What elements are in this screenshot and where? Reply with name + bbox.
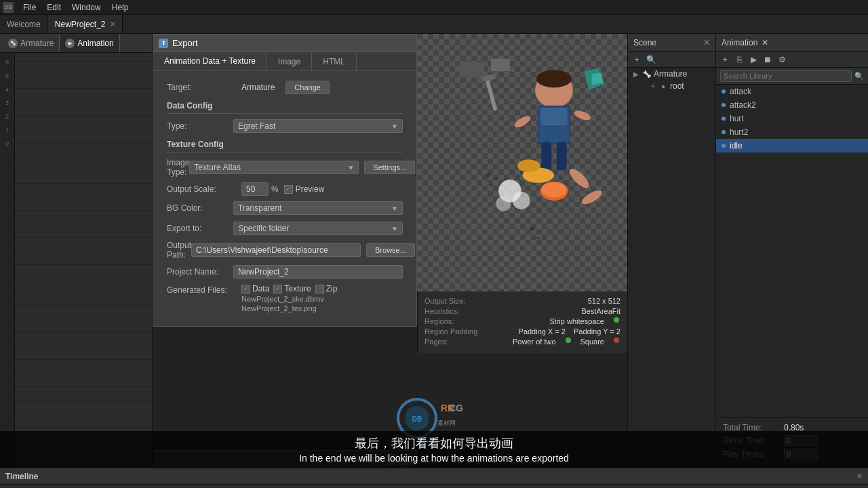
- type-dropdown[interactable]: Egret Fast ▼: [233, 119, 403, 133]
- preview-checkbox[interactable]: ✓: [284, 185, 293, 194]
- tab-close-icon[interactable]: ✕: [110, 20, 115, 28]
- output-path-row: Output Path: Browse...: [167, 241, 403, 260]
- tree-item-root[interactable]: ＋ ● root: [628, 80, 715, 92]
- data-checkbox[interactable]: ✓: [241, 285, 250, 293]
- tab-newproject[interactable]: NewProject_2 ✕: [48, 15, 123, 33]
- anim-dot-attack-icon: [722, 89, 726, 94]
- export-to-dropdown[interactable]: Specific folder ▼: [233, 222, 403, 235]
- tab-welcome[interactable]: Welcome: [0, 15, 48, 33]
- anim-dot-attack2-icon: [722, 103, 726, 107]
- anim-search-input[interactable]: [720, 70, 852, 82]
- anim-label-hurt2: hurt2: [730, 127, 748, 137]
- padding-y: Padding Y = 2: [574, 327, 620, 336]
- grid-num-1: 1: [5, 123, 9, 137]
- anim-add-icon[interactable]: +: [719, 54, 731, 66]
- change-button[interactable]: Change: [285, 81, 330, 94]
- region-padding-values: Padding X = 2 Padding Y = 2: [519, 327, 620, 336]
- scene-add-icon[interactable]: +: [631, 54, 643, 66]
- scene-panel-close-icon[interactable]: ✕: [703, 38, 710, 47]
- svg-point-19: [490, 184, 492, 186]
- menu-file[interactable]: File: [18, 0, 41, 14]
- subtitle-cn: 最后，我们看看如何导出动画: [0, 435, 868, 451]
- svg-rect-8: [484, 77, 497, 111]
- menu-edit[interactable]: Edit: [41, 0, 66, 14]
- export-tab-animation-data[interactable]: Animation Data + Texture: [153, 52, 267, 70]
- image-type-dropdown[interactable]: Texture Atlas ▼: [189, 161, 359, 174]
- texture-checkbox[interactable]: ✓: [273, 285, 282, 293]
- anim-copy-icon[interactable]: ⎘: [733, 54, 745, 66]
- svg-rect-7: [556, 142, 566, 170]
- anim-item-hurt[interactable]: hurt: [716, 112, 868, 125]
- type-dropdown-arrow-icon: ▼: [391, 123, 398, 130]
- browse-button[interactable]: Browse...: [366, 243, 415, 257]
- anim-search-row: 🔍: [716, 68, 868, 85]
- preview-canvas: [417, 34, 627, 291]
- data-check-item: ✓ Data: [241, 284, 269, 293]
- generated-file-2: NewProject_2_tex.png: [241, 304, 337, 312]
- preview-check: ✓ Preview: [284, 184, 325, 194]
- grid-numbers: 6 5 4 3 2 1 0: [0, 53, 15, 468]
- image-type-label: Image Type:: [167, 158, 189, 177]
- timeline-close-icon[interactable]: ✕: [856, 472, 863, 481]
- export-tab-image[interactable]: Image: [267, 52, 312, 70]
- output-scale-input[interactable]: [241, 182, 269, 196]
- tree-label-root: root: [670, 81, 684, 91]
- settings-button[interactable]: Settings...: [364, 161, 415, 174]
- svg-point-18: [486, 174, 490, 178]
- export-to-dropdown-arrow-icon: ▼: [391, 225, 398, 232]
- anim-dot-hurt-icon: [722, 117, 726, 121]
- export-tabs: Animation Data + Texture Image HTML: [153, 52, 416, 71]
- menu-window[interactable]: Window: [66, 0, 106, 14]
- tab-newproject-label: NewProject_2: [55, 20, 106, 29]
- svg-point-15: [566, 166, 591, 191]
- animation-panel-close-icon[interactable]: ✕: [762, 38, 768, 47]
- menu-bar: DB File Edit Window Help: [0, 0, 868, 15]
- grid-num-6: 6: [5, 56, 9, 69]
- menu-help[interactable]: Help: [106, 0, 134, 14]
- tree-label-armature: Armature: [654, 69, 687, 79]
- pages-value1: Power of two: [513, 338, 556, 346]
- grid-num-3: 3: [5, 96, 9, 110]
- regions-dot-icon: [614, 317, 619, 323]
- pages-label: Pages:: [425, 338, 448, 346]
- bg-color-dropdown[interactable]: Transparent ▼: [233, 201, 403, 215]
- export-tab-html[interactable]: HTML: [312, 52, 357, 70]
- generated-checkboxes: ✓ Data ✓ Texture ✓ Zip: [241, 284, 337, 293]
- anim-settings-icon[interactable]: ⚙: [776, 54, 788, 66]
- output-scale-label: Output Scale:: [167, 184, 241, 194]
- app-logo: DB: [3, 2, 14, 13]
- stats-panel: Output Size: 512 x 512 Heuristics: BestA…: [417, 291, 627, 353]
- data-checkbox-label: Data: [252, 284, 269, 293]
- anim-stop-icon[interactable]: ⏹: [762, 54, 774, 66]
- grid-num-4: 4: [5, 83, 9, 96]
- svg-rect-17: [540, 107, 568, 126]
- export-title-bar: ⬆ Export: [153, 35, 416, 52]
- anim-item-hurt2[interactable]: hurt2: [716, 125, 868, 139]
- animation-panel: Animation ✕ + ⎘ ▶ ⏹ ⚙ 🔍 attack attack2: [715, 34, 868, 468]
- panel-tab-armature[interactable]: 🦴 Armature: [3, 34, 60, 52]
- anim-search-icon[interactable]: 🔍: [854, 72, 864, 81]
- zip-checkbox[interactable]: ✓: [315, 285, 324, 293]
- type-dropdown-value: Egret Fast: [238, 121, 275, 131]
- timeline-title-bar: Timeline ✕: [0, 468, 868, 485]
- grid-num-2: 2: [5, 110, 9, 123]
- preview-area: [417, 34, 627, 291]
- anim-item-attack2[interactable]: attack2: [716, 98, 868, 112]
- anim-label-attack: attack: [730, 87, 751, 96]
- timeline-toolbar: ⊞ ⏮ ▶ ⏭ ◆ ◇ ✏: [0, 485, 868, 488]
- anim-play-icon[interactable]: ▶: [747, 54, 760, 66]
- project-name-input[interactable]: [233, 265, 403, 279]
- generated-file-1: NewProject_2_ske.dbmv: [241, 295, 337, 303]
- panel-tab-animation-label: Animation: [77, 39, 113, 48]
- region-padding-row: Region Padding Padding X = 2 Padding Y =…: [425, 327, 620, 336]
- anim-item-idle[interactable]: idle: [716, 139, 868, 152]
- tree-item-armature[interactable]: ▶ 🦴 Armature: [628, 68, 715, 80]
- generated-files-content: ✓ Data ✓ Texture ✓ Zip: [241, 284, 337, 312]
- anim-item-attack[interactable]: attack: [716, 85, 868, 98]
- export-to-value: Specific folder: [238, 224, 289, 233]
- panel-tab-animation[interactable]: ▶ Animation: [60, 34, 119, 52]
- export-to-row: Export to: Specific folder ▼: [167, 222, 403, 235]
- output-path-input[interactable]: [191, 243, 361, 257]
- scene-search-icon[interactable]: 🔍: [645, 54, 657, 66]
- grid-num-5: 5: [5, 69, 9, 83]
